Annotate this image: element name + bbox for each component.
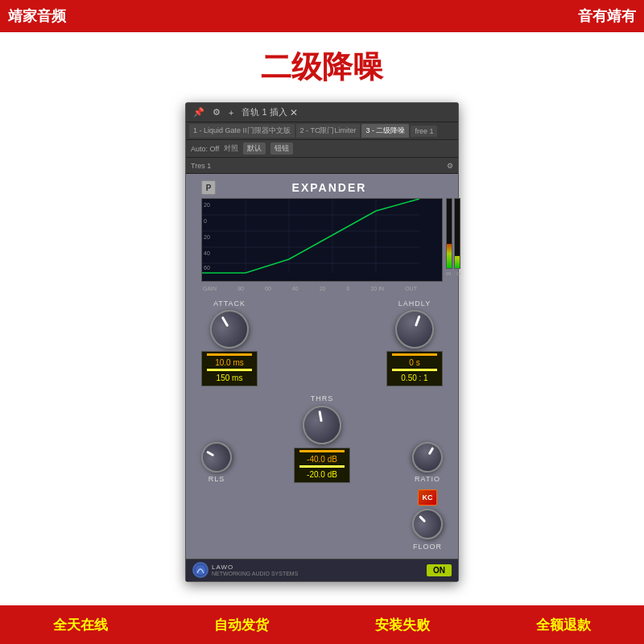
ratio-label: RATIO [415,475,440,483]
thrs-knob[interactable] [299,402,345,448]
add-icon[interactable]: + [226,108,236,118]
expander-title: EXPANDER [216,181,443,194]
tab-2[interactable]: 2 - TC限门Limiter [296,124,361,138]
floor-label: FLOOR [413,543,442,551]
rls-knob[interactable] [196,436,237,478]
floor-knob[interactable] [406,502,449,546]
thrs-display: -40.0 dB -20.0 dB [294,448,350,483]
expander-body: P EXPANDER 20 [186,174,458,559]
svg-text:60: 60 [204,265,210,270]
axis-0: 0 [346,286,349,291]
attack-display: 10.0 ms 150 ms [201,351,258,386]
bottom-item-2: 自动发货 [214,616,269,634]
close-icon[interactable]: ✕ [290,107,298,118]
pin-button[interactable]: 钮钮 [270,142,293,155]
svg-point-13 [195,564,206,576]
axis-in: 20 IN [370,286,384,291]
lawo-icon [192,562,208,578]
floor-section: KC FLOOR [201,489,443,551]
attack-knob[interactable] [203,303,256,356]
settings-icon[interactable]: ⚙ [210,107,223,118]
svg-text:20: 20 [204,202,210,208]
pin-icon[interactable]: 📌 [191,107,207,118]
top-banner-left: 靖家音频 [8,6,66,26]
lawo-brand: LAWO [212,564,298,571]
attack-group: ATTACK 10.0 ms 150 ms [201,299,258,386]
lahdly-display: 0 s 0.50 : 1 [386,351,443,386]
expander-graph: 20 0 20 40 60 [201,198,443,282]
axis-40: 40 [292,286,299,291]
in-label: IN [446,271,451,276]
preset-label: Tres 1 [191,162,211,170]
logo-bar: LAWO NETWORKING AUDIO SYSTEMS ON [186,559,458,581]
page-title: 二级降噪 [261,47,383,88]
tab-bar: 1 - Liquid Gate II门限器中文版 2 - TC限门Limiter… [186,122,458,140]
default-button[interactable]: 默认 [243,142,266,155]
toolbar-1: Auto: Off 对照 默认 钮钮 [186,140,458,158]
titlebar-controls: 📌 ⚙ + 音轨 1 插入 [191,106,290,118]
out-label: O [456,271,460,276]
thrs-label: THRS [311,394,334,402]
bottom-banner: 全天在线 自动发货 安装失败 全额退款 [0,605,644,644]
top-banner: 靖家音频 音有靖有 [0,0,644,32]
gain-label: GAIN [203,286,217,291]
p-button[interactable]: P [201,180,216,195]
lawo-logo: LAWO NETWORKING AUDIO SYSTEMS [192,562,298,578]
ratio-knob[interactable] [407,436,448,478]
lawo-subtitle: NETWORKING AUDIO SYSTEMS [212,571,298,576]
toolbar-2: Tres 1 ⚙ [186,158,458,174]
thrs-group: THRS -40.0 dB -20.0 dB [294,394,350,483]
thrs-val2: -20.0 dB [299,469,345,481]
lahdly-group: LAHDLY 0 s 0.50 : 1 [386,299,443,386]
lawo-svg [194,564,207,576]
lahdly-label: LAHDLY [398,299,431,308]
axis-20: 20 [320,286,326,291]
bottom-item-1: 全天在线 [53,616,108,634]
lahdly-val1: 0 s [392,357,437,369]
window-title-text: 音轨 1 插入 [239,106,289,118]
svg-text:40: 40 [204,250,210,256]
attack-time1: 10.0 ms [207,357,252,369]
vu-out [454,198,460,269]
bottom-item-4: 全额退款 [536,616,591,634]
top-banner-right: 音有靖有 [578,6,636,26]
rls-group: RLS [201,442,232,483]
bottom-item-3: 安装失败 [375,616,430,634]
window-titlebar: 📌 ⚙ + 音轨 1 插入 ✕ [186,103,458,122]
gear-icon[interactable]: ⚙ [447,162,453,170]
graph-container: 20 0 20 40 60 [201,198,443,291]
axis-80: 80 [237,286,244,291]
on-button[interactable]: ON [427,564,452,576]
ratio-group: RATIO [412,442,443,483]
rls-label: RLS [208,475,225,483]
kc-button[interactable]: KC [418,489,437,506]
auto-label: Auto: Off [191,145,219,153]
plugin-window: 📌 ⚙ + 音轨 1 插入 ✕ 1 - Liquid Gate II门限器中文版… [185,102,459,582]
vu-meters: IN O [446,198,460,276]
lahdly-knob[interactable] [390,304,440,354]
axis-60: 60 [265,286,271,291]
attack-time2: 150 ms [207,373,252,384]
lahdly-val2: 0.50 : 1 [392,373,437,384]
main-content: 二级降噪 📌 ⚙ + 音轨 1 插入 ✕ 1 - Liquid Gate II门… [0,32,644,605]
svg-text:20: 20 [204,234,210,240]
svg-text:0: 0 [204,218,207,224]
compare-label: 对照 [224,143,238,154]
axis-out: OUT [405,286,417,291]
attack-label: ATTACK [213,299,246,308]
tab-3-active[interactable]: 3 - 二级降噪 [361,124,409,138]
thrs-val1: -40.0 dB [299,454,345,465]
free-tab[interactable]: free 1 [411,126,437,137]
tab-1[interactable]: 1 - Liquid Gate II门限器中文版 [189,124,295,138]
vu-in [446,198,452,269]
